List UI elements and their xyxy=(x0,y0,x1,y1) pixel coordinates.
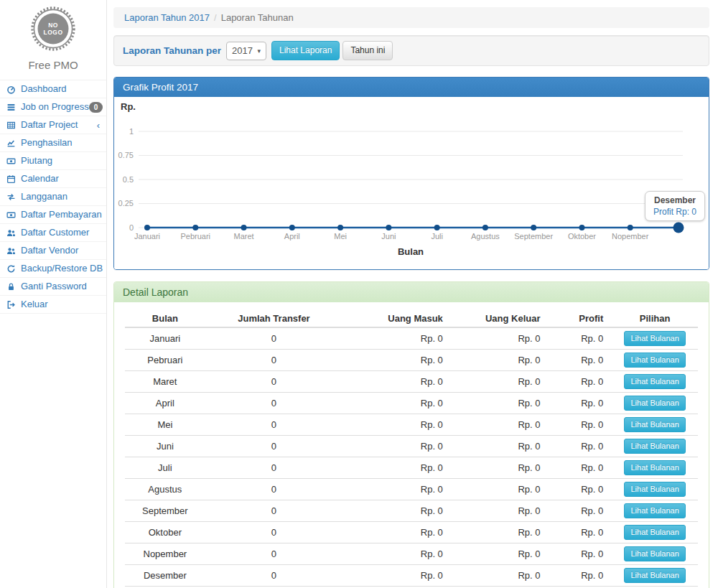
col-header-jumlah-transfer: Jumlah Transfer xyxy=(205,310,343,327)
cell-profit: Rp. 0 xyxy=(549,543,612,565)
cell-jumlah: 0 xyxy=(205,479,343,500)
cell-masuk: Rp. 0 xyxy=(342,479,452,500)
no-logo-badge: NO LOGO xyxy=(30,6,76,52)
cell-keluar: Rp. 0 xyxy=(452,436,549,457)
cell-jumlah: 0 xyxy=(205,522,343,543)
svg-text:0.75: 0.75 xyxy=(118,151,134,159)
lihat-bulanan-button[interactable]: Lihat Bulanan xyxy=(624,503,685,518)
cell-keluar: Rp. 0 xyxy=(452,479,549,500)
dashboard-icon xyxy=(6,85,16,94)
table-row-september: September0Rp. 0Rp. 0Rp. 0Lihat Bulanan xyxy=(125,500,698,522)
lihat-bulanan-button[interactable]: Lihat Bulanan xyxy=(624,460,685,475)
sidebar-item-dashboard[interactable]: Dashboard xyxy=(0,80,106,98)
logo-text-line1: NO xyxy=(48,22,58,29)
lihat-laporan-button[interactable]: Lihat Laporan xyxy=(271,41,340,60)
sign-out-icon xyxy=(6,300,16,309)
cell-masuk: Rp. 0 xyxy=(342,436,452,457)
lihat-bulanan-button[interactable]: Lihat Bulanan xyxy=(624,417,685,432)
sidebar-item-piutang[interactable]: Piutang xyxy=(0,152,106,170)
lihat-bulanan-button[interactable]: Lihat Bulanan xyxy=(624,546,685,561)
sidebar-item-label: Keluar xyxy=(21,299,48,310)
lihat-bulanan-button[interactable]: Lihat Bulanan xyxy=(624,396,685,411)
cell-keluar: Rp. 0 xyxy=(452,414,549,436)
cell-keluar: Rp. 0 xyxy=(452,543,549,565)
sidebar-item-daftar-pembayaran[interactable]: Daftar Pembayaran xyxy=(0,206,106,224)
lihat-bulanan-button[interactable]: Lihat Bulanan xyxy=(624,331,685,346)
main-content: Laporan Tahun 2017/Laporan Tahunan Lapor… xyxy=(107,0,718,588)
tasks-icon xyxy=(6,103,16,112)
svg-text:0.25: 0.25 xyxy=(118,199,134,207)
brand-name: Free PMO xyxy=(0,59,106,71)
col-header-pilihan: Pilihan xyxy=(612,310,698,327)
cell-bulan: Desember xyxy=(125,565,205,587)
col-header-bulan: Bulan xyxy=(125,310,205,327)
lihat-bulanan-button[interactable]: Lihat Bulanan xyxy=(624,439,685,454)
cell-bulan: Januari xyxy=(125,327,205,350)
cell-bulan: Mei xyxy=(125,414,205,436)
sidebar-item-daftar-customer[interactable]: Daftar Customer xyxy=(0,224,106,242)
logo-text-line2: LOGO xyxy=(43,29,62,36)
lock-icon xyxy=(6,282,16,291)
cell-jumlah: 0 xyxy=(205,436,343,457)
svg-text:Rp.: Rp. xyxy=(121,101,136,112)
filter-bar: Laporan Tahunan per 2017 ▾ Lihat Laporan… xyxy=(113,35,709,66)
svg-text:Maret: Maret xyxy=(233,232,253,241)
lihat-bulanan-button[interactable]: Lihat Bulanan xyxy=(624,374,685,389)
cell-keluar: Rp. 0 xyxy=(452,457,549,479)
cell-masuk: Rp. 0 xyxy=(342,543,452,565)
lihat-bulanan-button[interactable]: Lihat Bulanan xyxy=(624,525,685,540)
breadcrumb-link[interactable]: Laporan Tahun 2017 xyxy=(124,12,210,23)
profit-line-chart[interactable]: Rp.00.250.50.751JanuariPebruariMaretApri… xyxy=(114,97,709,268)
cell-keluar: Rp. 0 xyxy=(452,500,549,522)
cell-keluar: Rp. 0 xyxy=(452,393,549,414)
money-icon xyxy=(6,210,16,220)
sidebar-item-langganan[interactable]: Langganan xyxy=(0,188,106,206)
chart-tooltip-value: Profit Rp: 0 xyxy=(653,207,696,217)
sidebar-item-backup-restore-db[interactable]: Backup/Restore DB xyxy=(0,260,106,278)
cell-profit: Rp. 0 xyxy=(549,479,612,500)
lihat-bulanan-button[interactable]: Lihat Bulanan xyxy=(624,353,685,368)
cell-profit: Rp. 0 xyxy=(549,565,612,587)
chevron-left-icon: ‹ xyxy=(97,121,100,129)
sidebar-item-calendar[interactable]: Calendar xyxy=(0,170,106,188)
cell-profit: Rp. 0 xyxy=(549,350,612,371)
cell-keluar: Rp. 0 xyxy=(452,371,549,393)
tahun-ini-button[interactable]: Tahun ini xyxy=(342,41,393,60)
cell-bulan: Pebruari xyxy=(125,350,205,371)
sidebar-item-penghasilan[interactable]: Penghasilan xyxy=(0,134,106,152)
sidebar-item-label: Langganan xyxy=(21,191,67,202)
sidebar-item-job-on-progress[interactable]: Job on Progress0 xyxy=(0,98,106,116)
cell-keluar: Rp. 0 xyxy=(452,522,549,543)
lihat-bulanan-button[interactable]: Lihat Bulanan xyxy=(624,482,685,497)
cell-masuk: Rp. 0 xyxy=(342,500,452,522)
breadcrumb-current: Laporan Tahunan xyxy=(221,12,294,23)
year-select[interactable]: 2017 ▾ xyxy=(226,42,266,60)
chart-panel: Grafik Profit 2017 Rp.00.250.50.751Janua… xyxy=(113,77,709,270)
calendar-icon xyxy=(6,174,16,184)
sidebar-item-ganti-password[interactable]: Ganti Password xyxy=(0,278,106,296)
cell-keluar: Rp. 0 xyxy=(452,327,549,350)
sidebar-item-label: Daftar Pembayaran xyxy=(21,209,102,220)
svg-text:April: April xyxy=(284,232,300,241)
sidebar-item-label: Penghasilan xyxy=(21,137,73,149)
lihat-bulanan-button[interactable]: Lihat Bulanan xyxy=(624,568,685,583)
cell-profit: Rp. 0 xyxy=(549,371,612,393)
cell-masuk: Rp. 0 xyxy=(342,350,452,371)
sidebar-item-keluar[interactable]: Keluar xyxy=(0,296,106,314)
page-wrapper: NO LOGO Free PMO DashboardJob on Progres… xyxy=(0,0,718,588)
cell-bulan: Juli xyxy=(125,457,205,479)
sidebar-item-label: Daftar Vendor xyxy=(21,245,78,256)
breadcrumb-separator: / xyxy=(214,12,217,23)
users-icon xyxy=(6,228,16,238)
chart-tooltip-title: Desember xyxy=(653,195,696,205)
cell-masuk: Rp. 0 xyxy=(342,414,452,436)
sidebar-item-daftar-vendor[interactable]: Daftar Vendor xyxy=(0,242,106,260)
sidebar-item-daftar-project[interactable]: Daftar Project‹ xyxy=(0,116,106,134)
line-chart-icon xyxy=(6,139,16,148)
caret-down-icon: ▾ xyxy=(257,47,261,55)
svg-text:Nopember: Nopember xyxy=(612,232,649,241)
table-row-juni: Juni0Rp. 0Rp. 0Rp. 0Lihat Bulanan xyxy=(125,436,698,457)
detail-panel-title: Detail Laporan xyxy=(114,282,709,302)
cell-profit: Rp. 0 xyxy=(549,522,612,543)
table-row-januari: Januari0Rp. 0Rp. 0Rp. 0Lihat Bulanan xyxy=(125,327,698,350)
